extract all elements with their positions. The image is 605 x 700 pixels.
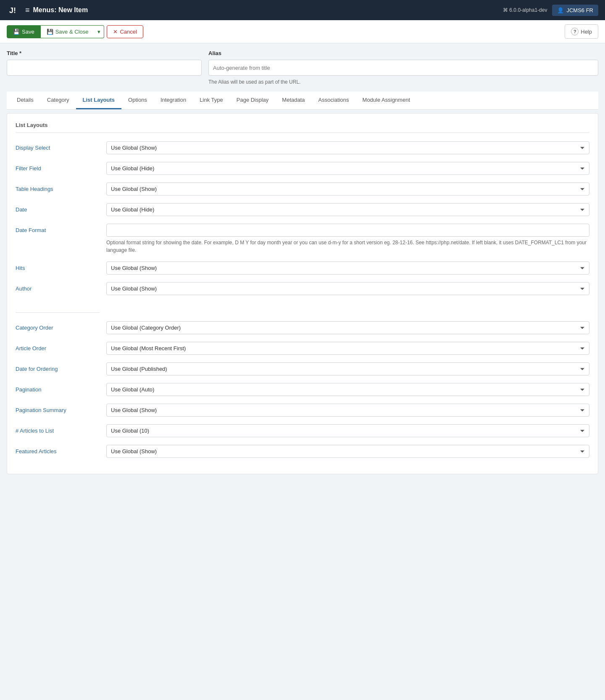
field-label-date-ordering: Date for Ordering	[16, 362, 100, 372]
field-control-hits: Use Global (Show)ShowHide	[106, 262, 589, 275]
field-row-date-format: Date FormatOptional format string for sh…	[16, 224, 589, 254]
select-category-order[interactable]: Use Global (Category Order)No OrderTitle…	[106, 321, 589, 334]
alias-input[interactable]	[208, 60, 598, 76]
select-date-ordering[interactable]: Use Global (Published)PublishedCreatedMo…	[106, 362, 589, 375]
select-wrapper-articles-to-list: Use Global (10)5101520253050100	[106, 424, 589, 437]
select-hits[interactable]: Use Global (Show)ShowHide	[106, 262, 589, 275]
field-label-author: Author	[16, 282, 100, 292]
field-control-articles-to-list: Use Global (10)5101520253050100	[106, 424, 589, 437]
field-row-author: AuthorUse Global (Show)ShowHide	[16, 282, 589, 295]
title-input[interactable]	[7, 60, 202, 76]
select-article-order[interactable]: Use Global (Most Recent First)Most Recen…	[106, 342, 589, 355]
alias-label: Alias	[208, 50, 598, 56]
field-row-article-order: Article OrderUse Global (Most Recent Fir…	[16, 342, 589, 355]
title-alias-row: Title * Alias The Alias will be used as …	[7, 50, 598, 85]
user-icon: 👤	[557, 7, 564, 13]
select-articles-to-list[interactable]: Use Global (10)5101520253050100	[106, 424, 589, 437]
toolbar: 💾 Save 💾 Save & Close ▾ ✕ Cancel ? Help	[0, 20, 605, 43]
select-wrapper-author: Use Global (Show)ShowHide	[106, 282, 589, 295]
alias-help: The Alias will be used as part of the UR…	[208, 79, 598, 85]
field-label-filter-field: Filter Field	[16, 162, 100, 172]
field-label-pagination: Pagination	[16, 383, 100, 393]
alias-group: Alias The Alias will be used as part of …	[208, 50, 598, 85]
save-dropdown-button[interactable]: ▾	[94, 25, 104, 38]
tabs-list: DetailsCategoryList LayoutsOptionsIntegr…	[7, 92, 598, 109]
field-control-pagination: Use Global (Auto)AutoShowHide	[106, 383, 589, 396]
field-label-featured-articles: Featured Articles	[16, 445, 100, 454]
content-area: Title * Alias The Alias will be used as …	[0, 43, 605, 481]
navbar-left: J! ≡ Menus: New Item	[7, 3, 88, 17]
select-wrapper-pagination-summary: Use Global (Show)ShowHide	[106, 404, 589, 417]
section-divider	[16, 303, 100, 313]
tab-category[interactable]: Category	[40, 92, 76, 109]
navbar: J! ≡ Menus: New Item ⌘ 6.0.0-alpha1-dev …	[0, 0, 605, 20]
select-filter-field[interactable]: Use Global (Hide)ShowHide	[106, 162, 589, 175]
field-control-date-ordering: Use Global (Published)PublishedCreatedMo…	[106, 362, 589, 375]
svg-text:J!: J!	[9, 6, 16, 15]
tab-list-layouts[interactable]: List Layouts	[76, 92, 122, 109]
navbar-right: ⌘ 6.0.0-alpha1-dev 👤 JCMS6 FR	[503, 5, 598, 16]
tab-integration[interactable]: Integration	[154, 92, 193, 109]
select-wrapper-display-select: Use Global (Show)ShowHide	[106, 141, 589, 154]
select-wrapper-pagination: Use Global (Auto)AutoShowHide	[106, 383, 589, 396]
joomla-logo: J!	[7, 3, 20, 17]
tab-options[interactable]: Options	[121, 92, 154, 109]
title-group: Title *	[7, 50, 202, 85]
field-row-category-order: Category OrderUse Global (Category Order…	[16, 321, 589, 334]
field-row-featured-articles: Featured ArticlesUse Global (Show)ShowHi…	[16, 445, 589, 458]
save-button[interactable]: 💾 Save	[7, 25, 41, 38]
field-label-table-headings: Table Headings	[16, 182, 100, 192]
help-icon: ?	[571, 28, 579, 35]
user-button[interactable]: 👤 JCMS6 FR	[552, 5, 598, 16]
tab-associations[interactable]: Associations	[312, 92, 356, 109]
select-pagination[interactable]: Use Global (Auto)AutoShowHide	[106, 383, 589, 396]
version-badge: ⌘ 6.0.0-alpha1-dev	[503, 7, 547, 13]
field-row-date: DateUse Global (Hide)ShowHide	[16, 203, 589, 216]
field-label-article-order: Article Order	[16, 342, 100, 351]
field-label-hits: Hits	[16, 262, 100, 271]
title-label: Title *	[7, 50, 202, 56]
select-wrapper-featured-articles: Use Global (Show)ShowHideOnly	[106, 445, 589, 458]
field-control-article-order: Use Global (Most Recent First)Most Recen…	[106, 342, 589, 355]
field-label-pagination-summary: Pagination Summary	[16, 404, 100, 413]
field-control-table-headings: Use Global (Show)ShowHide	[106, 182, 589, 195]
cancel-button[interactable]: ✕ Cancel	[107, 25, 143, 38]
list-layouts-panel: List Layouts Display SelectUse Global (S…	[7, 113, 598, 474]
tab-page-display[interactable]: Page Display	[230, 92, 276, 109]
joomla-logo-icon: J!	[7, 3, 20, 17]
panel-title: List Layouts	[16, 122, 589, 133]
field-control-date: Use Global (Hide)ShowHide	[106, 203, 589, 216]
tab-metadata[interactable]: Metadata	[275, 92, 311, 109]
select-table-headings[interactable]: Use Global (Show)ShowHide	[106, 182, 589, 195]
help-button[interactable]: ? Help	[565, 24, 598, 39]
field-control-display-select: Use Global (Show)ShowHide	[106, 141, 589, 154]
select-wrapper-table-headings: Use Global (Show)ShowHide	[106, 182, 589, 195]
date-format-input[interactable]	[106, 224, 589, 237]
select-wrapper-filter-field: Use Global (Hide)ShowHide	[106, 162, 589, 175]
toolbar-right: ? Help	[565, 24, 598, 39]
select-date[interactable]: Use Global (Hide)ShowHide	[106, 203, 589, 216]
menu-icon: ≡	[25, 6, 30, 15]
select-display-select[interactable]: Use Global (Show)ShowHide	[106, 141, 589, 154]
select-featured-articles[interactable]: Use Global (Show)ShowHideOnly	[106, 445, 589, 458]
save-close-button[interactable]: 💾 Save & Close	[41, 25, 95, 38]
tab-module-assignment[interactable]: Module Assignment	[356, 92, 417, 109]
select-author[interactable]: Use Global (Show)ShowHide	[106, 282, 589, 295]
save-button-group: 💾 Save 💾 Save & Close ▾	[7, 25, 104, 38]
toolbar-actions: 💾 Save 💾 Save & Close ▾ ✕ Cancel	[7, 25, 143, 38]
field-row-pagination: PaginationUse Global (Auto)AutoShowHide	[16, 383, 589, 396]
field-control-category-order: Use Global (Category Order)No OrderTitle…	[106, 321, 589, 334]
dropdown-chevron-icon: ▾	[97, 29, 100, 35]
select-wrapper-date: Use Global (Hide)ShowHide	[106, 203, 589, 216]
fields-container: Display SelectUse Global (Show)ShowHideF…	[16, 141, 589, 458]
select-wrapper-article-order: Use Global (Most Recent First)Most Recen…	[106, 342, 589, 355]
tab-link-type[interactable]: Link Type	[193, 92, 229, 109]
select-wrapper-date-ordering: Use Global (Published)PublishedCreatedMo…	[106, 362, 589, 375]
select-pagination-summary[interactable]: Use Global (Show)ShowHide	[106, 404, 589, 417]
field-row-hits: HitsUse Global (Show)ShowHide	[16, 262, 589, 275]
field-control-pagination-summary: Use Global (Show)ShowHide	[106, 404, 589, 417]
select-wrapper-hits: Use Global (Show)ShowHide	[106, 262, 589, 275]
tab-details[interactable]: Details	[10, 92, 40, 109]
field-row-articles-to-list: # Articles to ListUse Global (10)5101520…	[16, 424, 589, 437]
field-row-display-select: Display SelectUse Global (Show)ShowHide	[16, 141, 589, 154]
